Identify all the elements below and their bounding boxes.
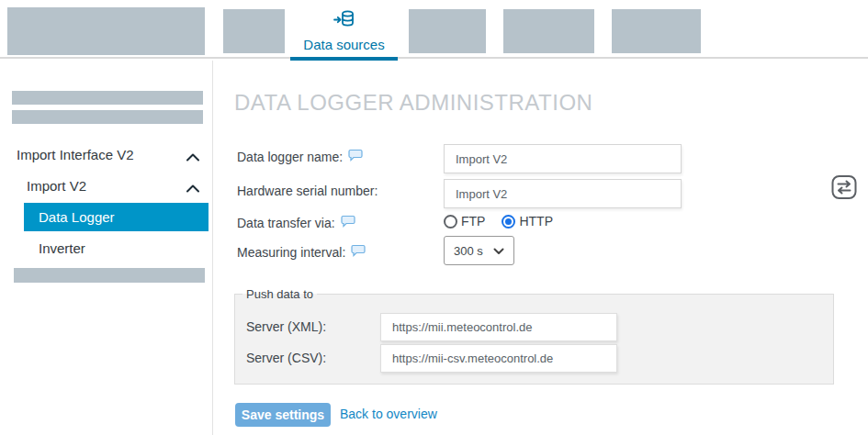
radio-http-circle[interactable] xyxy=(502,215,515,229)
hardware-serial-input[interactable] xyxy=(444,179,682,208)
sidebar-item-label: Data Logger xyxy=(39,209,115,225)
transfer-icon-button[interactable] xyxy=(829,174,859,202)
radio-ftp-label: FTP xyxy=(461,214,485,229)
sidebar-item-import-v2[interactable]: Import V2 xyxy=(27,178,208,194)
push-data-group: Push data to Server (XML): Server (CSV): xyxy=(234,287,834,385)
nav-placeholder-block xyxy=(503,9,594,53)
nav-placeholder-block xyxy=(7,7,205,55)
sidebar-item-label: Import V2 xyxy=(27,178,86,194)
server-xml-label: Server (XML): xyxy=(246,319,326,334)
radio-ftp[interactable]: FTP xyxy=(444,214,485,229)
tab-data-sources[interactable]: Data sources xyxy=(290,0,398,59)
push-data-legend: Push data to xyxy=(242,287,317,301)
sidebar-placeholder-bar xyxy=(12,110,203,124)
sidebar-item-data-logger[interactable]: Data Logger xyxy=(24,203,209,231)
nav-placeholder-block xyxy=(409,9,486,53)
server-xml-input[interactable] xyxy=(380,313,617,341)
sidebar-item-inverter[interactable]: Inverter xyxy=(39,240,230,256)
data-transfer-radio-group: FTP HTTP xyxy=(444,214,553,229)
top-navigation: Data sources xyxy=(0,0,868,59)
data-transfer-label: Data transfer via: xyxy=(237,215,355,230)
server-csv-input[interactable] xyxy=(380,344,617,373)
sidebar-placeholder-bar xyxy=(14,268,205,283)
radio-ftp-circle[interactable] xyxy=(444,215,457,229)
chevron-up-icon[interactable] xyxy=(186,181,200,196)
tooltip-icon[interactable] xyxy=(341,215,355,230)
tooltip-icon[interactable] xyxy=(348,149,363,164)
sidebar-item-import-interface-v2[interactable]: Import Interface V2 xyxy=(17,147,208,162)
sidebar-placeholder-bar xyxy=(12,91,203,105)
radio-http-label: HTTP xyxy=(519,214,553,229)
nav-placeholder-block xyxy=(612,9,701,53)
data-logger-name-input[interactable] xyxy=(444,144,682,173)
data-logger-name-label: Data logger name: xyxy=(237,149,363,164)
page-title: DATA LOGGER ADMINISTRATION xyxy=(234,90,592,116)
chevron-down-icon xyxy=(493,244,504,258)
data-sources-icon xyxy=(333,7,356,35)
transfer-swap-icon xyxy=(830,189,858,203)
chevron-up-icon[interactable] xyxy=(186,150,200,165)
measuring-interval-label: Measuring interval: xyxy=(237,244,366,260)
back-to-overview-link[interactable]: Back to overview xyxy=(340,407,437,421)
tooltip-icon[interactable] xyxy=(351,244,366,260)
nav-placeholder-block xyxy=(223,9,285,53)
main-content: DATA LOGGER ADMINISTRATION Data logger n… xyxy=(214,61,868,435)
hardware-serial-label: Hardware serial number: xyxy=(237,184,378,198)
sidebar: Import Interface V2 Import V2 Data Logge… xyxy=(0,61,213,435)
radio-http[interactable]: HTTP xyxy=(502,214,553,229)
measuring-interval-select[interactable]: 300 s xyxy=(444,236,514,265)
save-settings-button[interactable]: Save settings xyxy=(235,403,331,427)
tab-data-sources-label: Data sources xyxy=(303,37,384,52)
measuring-interval-value: 300 s xyxy=(454,244,483,258)
sidebar-item-label: Import Interface V2 xyxy=(17,147,134,162)
server-csv-label: Server (CSV): xyxy=(246,351,326,365)
sidebar-item-label: Inverter xyxy=(39,240,85,256)
